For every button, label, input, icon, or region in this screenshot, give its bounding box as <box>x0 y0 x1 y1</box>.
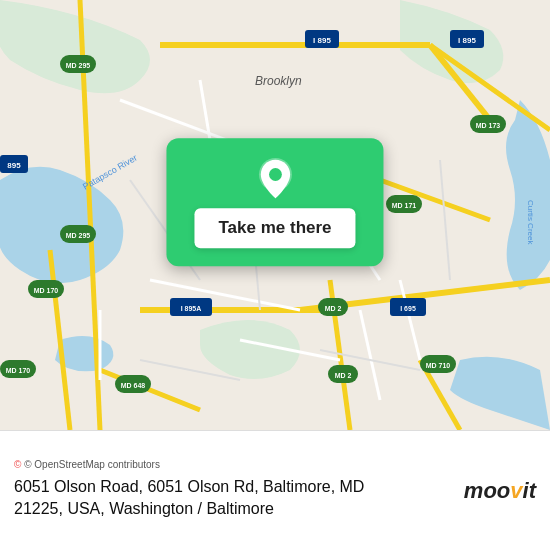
svg-text:MD 2: MD 2 <box>325 305 342 312</box>
osm-icon: © <box>14 459 21 470</box>
svg-text:I 895: I 895 <box>313 36 331 45</box>
moovit-logo-row: moovit <box>464 478 536 504</box>
creek-label: Curtis Creek <box>526 200 535 245</box>
svg-point-58 <box>269 168 282 181</box>
svg-text:MD 710: MD 710 <box>426 362 451 369</box>
green-card: Take me there <box>166 138 383 266</box>
svg-text:MD 173: MD 173 <box>476 122 501 129</box>
neighborhood-label: Brooklyn <box>255 74 302 88</box>
address-text: 6051 Olson Road, 6051 Olson Rd, Baltimor… <box>14 476 464 521</box>
app: Patapsco River Curtis Creek Brooklyn I 8… <box>0 0 550 550</box>
svg-text:895: 895 <box>7 161 21 170</box>
svg-text:MD 2: MD 2 <box>335 372 352 379</box>
address-line2: 21225, USA, Washington / Baltimore <box>14 500 274 517</box>
svg-text:I 695: I 695 <box>400 305 416 312</box>
svg-text:MD 170: MD 170 <box>34 287 59 294</box>
location-pin-icon <box>253 156 297 200</box>
svg-text:I 895: I 895 <box>458 36 476 45</box>
address-line1: 6051 Olson Road, 6051 Olson Rd, Baltimor… <box>14 478 364 495</box>
take-me-there-button[interactable]: Take me there <box>194 208 355 248</box>
map-container: Patapsco River Curtis Creek Brooklyn I 8… <box>0 0 550 430</box>
button-overlay: Take me there <box>166 138 383 266</box>
svg-text:MD 295: MD 295 <box>66 232 91 239</box>
svg-text:MD 170: MD 170 <box>6 367 31 374</box>
moovit-logo: moovit <box>464 478 536 504</box>
svg-text:MD 295: MD 295 <box>66 62 91 69</box>
svg-text:MD 171: MD 171 <box>392 202 417 209</box>
osm-credit-text: © OpenStreetMap contributors <box>24 459 160 470</box>
info-bar: © © OpenStreetMap contributors 6051 Olso… <box>0 430 550 550</box>
svg-text:I 895A: I 895A <box>181 305 202 312</box>
osm-credit: © © OpenStreetMap contributors <box>14 459 536 470</box>
svg-text:MD 648: MD 648 <box>121 382 146 389</box>
